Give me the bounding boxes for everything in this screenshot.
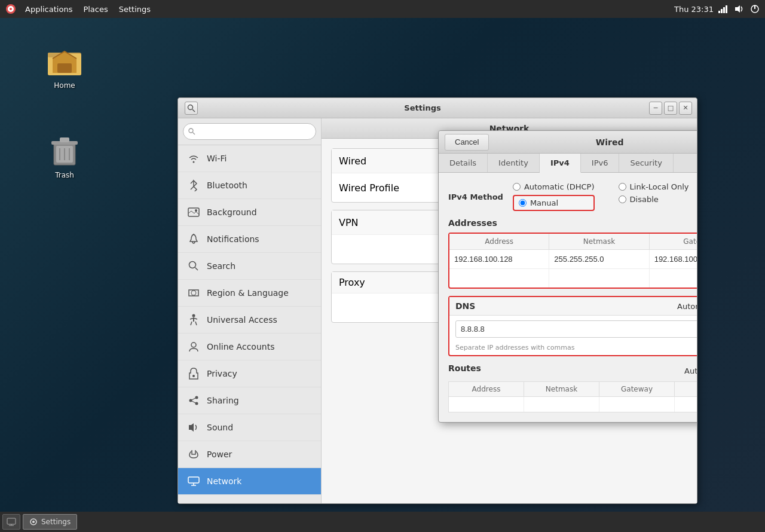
sidebar-item-wifi[interactable]: Wi-Fi: [178, 145, 321, 172]
sidebar-item-search[interactable]: Search: [178, 253, 321, 280]
gateway-input-1[interactable]: [652, 252, 697, 266]
sharing-icon: [188, 395, 200, 406]
sidebar-item-bluetooth[interactable]: Bluetooth: [178, 172, 321, 199]
address-input-2[interactable]: [452, 271, 546, 285]
sidebar-power-label: Power: [207, 450, 232, 459]
tab-ipv4[interactable]: IPv4: [540, 154, 581, 173]
sidebar-notifications-label: Notifications: [207, 234, 259, 244]
home-desktop-icon[interactable]: Home: [41, 41, 88, 90]
sidebar-sound-label: Sound: [207, 423, 233, 432]
routes-row-1: ✕: [448, 396, 697, 412]
sidebar-network-label: Network: [207, 476, 241, 486]
gateway-input-2[interactable]: [652, 271, 697, 285]
wifi-icon: [188, 152, 200, 164]
addresses-section-title: Addresses: [448, 218, 697, 228]
sidebar-universal-label: Universal Access: [207, 315, 277, 325]
sidebar-item-sound[interactable]: Sound: [178, 414, 321, 441]
svg-line-36: [195, 322, 197, 325]
addr-cell-gateway-2[interactable]: [650, 269, 697, 288]
radio-automatic[interactable]: Automatic (DHCP): [513, 182, 595, 191]
bluetooth-icon: [188, 179, 200, 191]
disable-label: Disable: [630, 195, 659, 204]
sidebar-item-network[interactable]: Network: [178, 468, 321, 495]
radio-disable[interactable]: Disable: [619, 195, 689, 204]
close-btn[interactable]: ✕: [679, 102, 692, 115]
trash-icon: [45, 130, 84, 169]
routes-metric-input[interactable]: [675, 397, 697, 412]
sidebar-online-accounts-label: Online Accounts: [207, 342, 274, 351]
dns-label: DNS: [455, 301, 475, 311]
volume-icon[interactable]: [734, 4, 745, 14]
tab-details[interactable]: Details: [439, 154, 488, 172]
sidebar-item-notifications[interactable]: Notifications: [178, 226, 321, 253]
svg-point-23: [189, 129, 193, 133]
sound-icon: [188, 421, 200, 433]
addr-cell-address-2[interactable]: [449, 269, 549, 288]
proxy-section-label: Proxy: [339, 277, 365, 288]
applications-menu[interactable]: Applications: [20, 4, 77, 15]
search-toolbar-btn[interactable]: [185, 102, 198, 115]
show-desktop-btn[interactable]: [2, 514, 20, 530]
addr-cell-address-1[interactable]: [449, 250, 549, 268]
svg-point-32: [191, 291, 196, 295]
routes-metric-cell[interactable]: [675, 397, 697, 412]
sidebar-item-privacy[interactable]: Privacy: [178, 360, 321, 387]
svg-point-38: [192, 375, 195, 377]
settings-sidebar: Wi-Fi Bluetooth Background Notifications: [178, 118, 322, 503]
sidebar-item-background[interactable]: Background: [178, 199, 321, 226]
routes-gateway-input[interactable]: [599, 397, 674, 412]
sidebar-item-power[interactable]: Power: [178, 441, 321, 468]
network-status-icon[interactable]: [718, 4, 729, 14]
places-menu[interactable]: Places: [78, 4, 112, 15]
svg-rect-3: [718, 11, 720, 13]
routes-netmask-cell[interactable]: [524, 397, 599, 412]
tab-ipv6[interactable]: IPv6: [581, 154, 620, 172]
svg-point-2: [10, 8, 12, 10]
vpn-section-label: VPN: [339, 217, 359, 228]
show-desktop-icon: [7, 518, 16, 526]
routes-gateway-cell[interactable]: [599, 397, 675, 412]
radio-link-local[interactable]: Link-Local Only: [619, 182, 689, 191]
trash-desktop-icon[interactable]: Trash: [41, 130, 88, 179]
sidebar-item-region[interactable]: Region & Language: [178, 280, 321, 307]
addr-cell-netmask-1[interactable]: [549, 250, 649, 268]
svg-rect-5: [723, 7, 725, 13]
sidebar-item-sharing[interactable]: Sharing: [178, 387, 321, 414]
wired-dialog-titlebar: Cancel Wired Apply: [439, 131, 697, 154]
sidebar-bluetooth-label: Bluetooth: [207, 181, 247, 190]
svg-rect-45: [188, 477, 199, 483]
settings-menu[interactable]: Settings: [114, 4, 155, 15]
taskbar-settings-item[interactable]: Settings: [23, 514, 77, 530]
routes-address-input[interactable]: [449, 397, 524, 412]
netmask-input-2[interactable]: [552, 271, 646, 285]
routes-label: Routes: [448, 363, 481, 373]
cancel-button[interactable]: Cancel: [445, 134, 489, 151]
sidebar-item-universal[interactable]: Universal Access: [178, 307, 321, 334]
svg-rect-17: [60, 137, 69, 142]
routes-address-cell[interactable]: [449, 397, 524, 412]
home-folder-icon: [45, 41, 84, 79]
sidebar-search-label: Search: [207, 261, 235, 271]
minimize-btn[interactable]: ─: [649, 102, 662, 115]
netmask-input-1[interactable]: [552, 252, 646, 266]
addr-cell-netmask-2[interactable]: [549, 269, 649, 288]
background-icon: [188, 206, 200, 218]
taskbar-settings-icon: [29, 518, 38, 526]
routes-automatic-toggle: Automatic ON: [684, 365, 697, 376]
dns-input[interactable]: [455, 320, 697, 338]
sidebar-background-label: Background: [207, 207, 257, 217]
power-icon[interactable]: [749, 4, 760, 14]
sidebar-item-online-accounts[interactable]: Online Accounts: [178, 334, 321, 360]
trash-icon-label: Trash: [55, 171, 74, 179]
tab-security[interactable]: Security: [619, 154, 673, 172]
address-input-1[interactable]: [452, 252, 546, 266]
maximize-btn[interactable]: □: [664, 102, 677, 115]
routes-netmask-input[interactable]: [524, 397, 599, 412]
radio-manual[interactable]: Manual: [519, 198, 589, 207]
dns-header: DNS Automatic ON: [449, 297, 697, 316]
search-icon: [188, 260, 200, 272]
tab-identity[interactable]: Identity: [488, 154, 540, 172]
addr-cell-gateway-1[interactable]: [650, 250, 697, 268]
network-main-content: Network Wired + Wired Profile ⚙: [322, 118, 697, 503]
sidebar-search-area: [178, 118, 321, 145]
